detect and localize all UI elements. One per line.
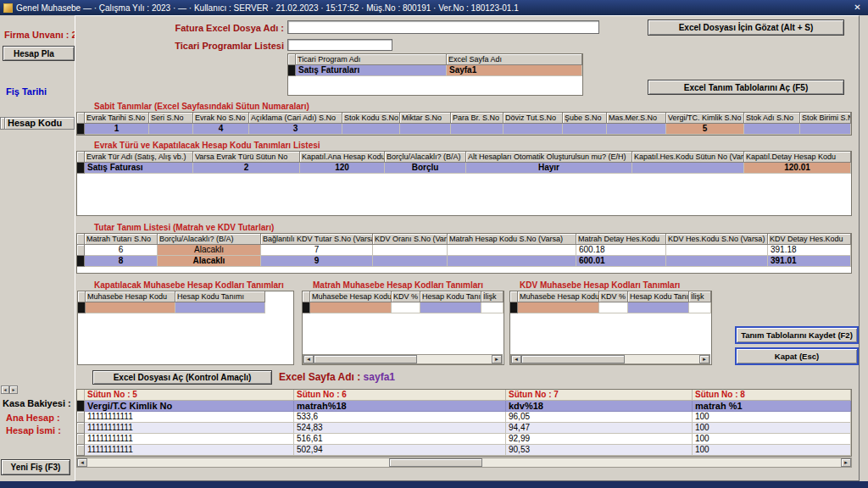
cell[interactable]: 100 xyxy=(693,412,851,423)
cell[interactable]: 94,47 xyxy=(506,423,693,434)
cell[interactable]: 600.18 xyxy=(576,245,666,256)
cell[interactable]: 92,99 xyxy=(506,434,693,445)
cell[interactable] xyxy=(744,124,800,135)
cell[interactable]: 11111111111 xyxy=(85,423,294,434)
cell[interactable] xyxy=(175,302,265,313)
cell[interactable]: 516,61 xyxy=(294,434,506,445)
hesap-kodu-column-header[interactable]: Hesap Kodu xyxy=(0,117,75,130)
cell[interactable]: 100 xyxy=(693,423,851,434)
cell[interactable] xyxy=(632,163,744,174)
table-row[interactable] xyxy=(78,302,293,313)
cell[interactable]: 533,6 xyxy=(294,412,506,423)
cell[interactable] xyxy=(689,302,711,313)
scroll-thumb[interactable] xyxy=(389,458,482,467)
cell[interactable]: 502,94 xyxy=(294,445,506,456)
scroll-track[interactable] xyxy=(314,355,492,363)
kapat-button[interactable]: Kapat (Esc) xyxy=(735,347,859,365)
cell[interactable] xyxy=(481,302,504,313)
cell[interactable]: Satış Faturaları xyxy=(296,65,447,76)
cell[interactable] xyxy=(149,124,193,135)
cell[interactable]: 11111111111 xyxy=(85,412,294,423)
cell[interactable]: 3 xyxy=(249,124,342,135)
gozat-button[interactable]: Excel Dosyası İçin Gözat (Alt + S) xyxy=(648,19,844,36)
cell[interactable]: 4 xyxy=(193,124,249,135)
kdv-table-hscrollbar[interactable]: ◄ ► xyxy=(510,354,710,364)
cell[interactable] xyxy=(373,245,448,256)
table-row[interactable]: 11111111111533,696,05100 xyxy=(77,412,851,423)
cell[interactable] xyxy=(400,124,451,135)
kaydet-button[interactable]: Tanım Tablolarını Kaydet (F2) xyxy=(735,326,859,344)
scroll-right-icon[interactable]: ► xyxy=(9,385,18,394)
scroll-thumb[interactable] xyxy=(521,355,625,363)
table-row[interactable]: 6Alacaklı7600.18391.18 xyxy=(77,245,851,256)
cell[interactable] xyxy=(599,302,628,313)
cell[interactable]: Satış Faturası xyxy=(85,163,193,174)
scroll-track[interactable] xyxy=(521,355,699,363)
cell[interactable]: Alacaklı xyxy=(158,256,261,267)
cell[interactable]: 100 xyxy=(693,434,851,445)
excel-ac-button[interactable]: Excel Dosyası Aç (Kontrol Amaçlı) xyxy=(92,370,272,385)
ticari-program-input[interactable] xyxy=(287,39,392,51)
scroll-right-icon[interactable]: ► xyxy=(699,355,709,363)
cell[interactable]: 524,83 xyxy=(294,423,506,434)
cell[interactable]: 100 xyxy=(693,445,851,456)
yeni-fis-button[interactable]: Yeni Fiş (F3) xyxy=(1,459,70,475)
cell[interactable] xyxy=(420,302,481,313)
scroll-left-icon[interactable]: ◄ xyxy=(1,385,9,394)
table-row[interactable]: 11111111111524,8394,47100 xyxy=(77,423,851,434)
cell[interactable]: 90,53 xyxy=(506,445,693,456)
sidebar-hscrollbar[interactable]: ◄ ► xyxy=(1,385,18,394)
table-row[interactable] xyxy=(510,302,711,313)
scroll-track[interactable] xyxy=(87,458,841,467)
cell[interactable]: Alacaklı xyxy=(158,245,261,256)
cell[interactable]: 5 xyxy=(666,124,744,135)
excel-tanim-ac-button[interactable]: Excel Tanım Tablolarını Aç (F5) xyxy=(648,80,844,95)
table-row[interactable]: 11111111111502,9490,53100 xyxy=(77,445,851,456)
table-row[interactable]: 1435 xyxy=(77,124,851,135)
cell[interactable] xyxy=(86,302,175,313)
scroll-left-icon[interactable]: ◄ xyxy=(511,355,521,363)
cell[interactable]: 6 xyxy=(85,245,158,256)
cell[interactable]: 11111111111 xyxy=(85,445,294,456)
cell[interactable]: 96,05 xyxy=(506,412,693,423)
cell[interactable] xyxy=(448,256,576,267)
fatura-excel-input[interactable] xyxy=(287,20,599,34)
scroll-left-icon[interactable]: ◄ xyxy=(77,458,87,467)
cell[interactable]: Hayır xyxy=(466,163,632,174)
cell[interactable]: 1 xyxy=(85,124,149,135)
table-row[interactable]: 8Alacaklı9600.01391.01 xyxy=(77,256,851,267)
cell[interactable]: 391.18 xyxy=(768,245,851,256)
preview-hscrollbar[interactable]: ◄ ► xyxy=(76,458,852,468)
cell[interactable]: 391.01 xyxy=(768,256,851,267)
scroll-left-icon[interactable]: ◄ xyxy=(303,355,314,363)
cell[interactable] xyxy=(504,124,563,135)
matrah-table-hscrollbar[interactable]: ◄ ► xyxy=(303,354,503,364)
cell[interactable] xyxy=(563,124,607,135)
cell[interactable] xyxy=(518,302,599,313)
cell[interactable] xyxy=(392,302,420,313)
cell[interactable]: Borçlu xyxy=(385,163,466,174)
cell[interactable] xyxy=(448,245,576,256)
cell[interactable]: 120 xyxy=(300,163,385,174)
cell[interactable]: 600.01 xyxy=(576,256,666,267)
cell[interactable]: Sayfa1 xyxy=(447,65,582,76)
cell[interactable]: 120.01 xyxy=(744,163,851,174)
cell[interactable] xyxy=(342,124,400,135)
cell[interactable] xyxy=(451,124,504,135)
cell[interactable] xyxy=(666,245,768,256)
scroll-right-icon[interactable]: ► xyxy=(841,458,851,467)
close-icon[interactable]: ✕ xyxy=(850,2,865,14)
scroll-thumb[interactable] xyxy=(314,355,417,363)
table-row[interactable]: Satış Faturası2120BorçluHayır120.01 xyxy=(77,163,851,174)
cell[interactable] xyxy=(373,256,448,267)
table-row[interactable] xyxy=(303,302,504,313)
cell[interactable]: 7 xyxy=(261,245,373,256)
hesap-plani-button[interactable]: Hesap Pla xyxy=(3,46,75,61)
cell[interactable] xyxy=(628,302,689,313)
cell[interactable]: 2 xyxy=(193,163,300,174)
table-row[interactable]: 11111111111516,6192,99100 xyxy=(77,434,851,445)
cell[interactable] xyxy=(666,256,768,267)
cell[interactable]: 9 xyxy=(261,256,373,267)
cell[interactable]: 8 xyxy=(85,256,158,267)
table-row[interactable]: Satış FaturalarıSayfa1 xyxy=(288,65,582,76)
